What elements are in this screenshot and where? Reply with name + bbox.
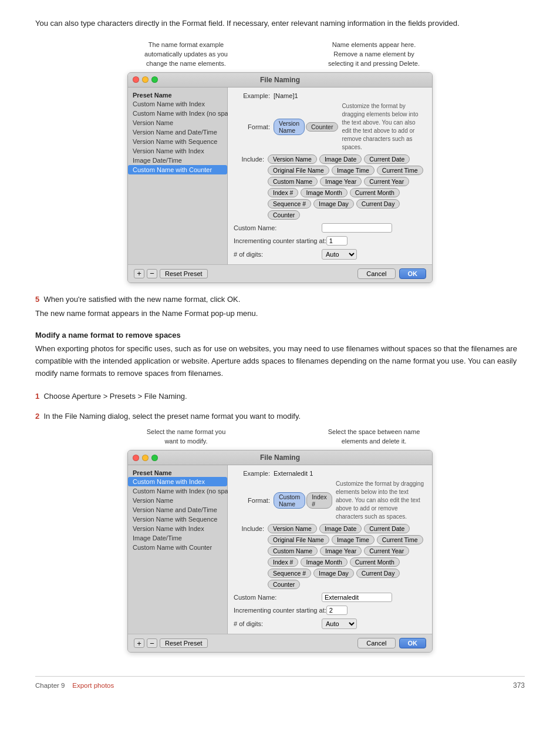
window1-format-label: Format: xyxy=(234,123,274,130)
window2-include-image-day[interactable]: Image Day xyxy=(313,569,354,578)
window1-include-index[interactable]: Index # xyxy=(268,188,298,197)
sidebar1-item-5[interactable]: Version Name with Index xyxy=(128,146,227,156)
annotation2-right: Select the space between name elements a… xyxy=(327,428,421,446)
window2-include-image-year[interactable]: Image Year xyxy=(320,546,362,556)
window1-include-image-date[interactable]: Image Date xyxy=(319,154,362,164)
window2-cancel-btn[interactable]: Cancel xyxy=(357,638,395,648)
window2-reset-preset-btn[interactable]: Reset Preset xyxy=(160,638,208,648)
maximize-btn-2[interactable] xyxy=(151,455,158,461)
sidebar2-item-2[interactable]: Version Name xyxy=(128,496,227,505)
window2-digits-select[interactable]: Auto 1 2 3 4 xyxy=(322,618,357,629)
window1-bottom: + − Reset Preset Cancel OK xyxy=(128,264,432,283)
window2-traffic-lights xyxy=(133,455,158,461)
window2-custom-name-label: Custom Name: xyxy=(234,594,322,601)
window1-custom-name-label: Custom Name: xyxy=(234,224,322,231)
window2-include-sequence[interactable]: Sequence # xyxy=(268,569,311,578)
maximize-btn-1[interactable] xyxy=(151,76,158,83)
window1-include-label: Include: xyxy=(234,154,268,163)
window2-bottom-left: + − Reset Preset xyxy=(134,638,208,648)
sidebar2-item-4[interactable]: Version Name with Sequence xyxy=(128,515,227,524)
sidebar2-item-7[interactable]: Custom Name with Counter xyxy=(128,543,227,552)
window2-add-btn[interactable]: + xyxy=(134,638,144,648)
sidebar1-item-7[interactable]: Custom Name with Counter xyxy=(128,165,227,174)
window2-include-image-time[interactable]: Image Time xyxy=(332,535,375,544)
annotation1-left: The name format example automatically up… xyxy=(139,41,233,69)
window2-include-current-year[interactable]: Current Year xyxy=(364,546,409,556)
annotation1-right: Name elements appear here. Remove a name… xyxy=(327,41,421,69)
close-btn-1[interactable] xyxy=(133,76,139,83)
window2-include-image-month[interactable]: Image Month xyxy=(301,557,347,567)
window1-include-current-month[interactable]: Current Month xyxy=(350,188,400,197)
window1-remove-btn[interactable]: − xyxy=(147,269,157,278)
window1-include-current-day[interactable]: Current Day xyxy=(356,199,400,209)
window1-include-image-month[interactable]: Image Month xyxy=(301,188,347,197)
sidebar1-item-0[interactable]: Custom Name with Index xyxy=(128,99,227,109)
window2-include-current-time[interactable]: Current Time xyxy=(377,535,423,544)
window2-remove-btn[interactable]: − xyxy=(147,638,157,648)
window2-include-image-date[interactable]: Image Date xyxy=(319,524,362,533)
window1-title: File Naming xyxy=(260,76,300,84)
sidebar2-item-0[interactable]: Custom Name with Index xyxy=(128,477,227,486)
window1-counter-input[interactable] xyxy=(326,236,348,246)
window1-include-image-year[interactable]: Image Year xyxy=(320,177,362,186)
window1-include-image-day[interactable]: Image Day xyxy=(313,199,354,209)
step2: 2 In the File Naming dialog, select the … xyxy=(35,411,525,423)
window2-include-original-file-name[interactable]: Original File Name xyxy=(268,535,329,544)
window2-include-current-day[interactable]: Current Day xyxy=(356,569,400,578)
minimize-btn-1[interactable] xyxy=(142,76,149,83)
window2-include-index[interactable]: Index # xyxy=(268,557,298,567)
window1-format-pill-0[interactable]: Version Name xyxy=(274,119,305,135)
window1-include-sequence[interactable]: Sequence # xyxy=(268,199,311,209)
window2-example-value: Externaledit 1 xyxy=(274,470,313,477)
window2-include-current-month[interactable]: Current Month xyxy=(350,557,400,567)
close-btn-2[interactable] xyxy=(133,455,139,461)
sidebar1-item-3[interactable]: Version Name and Date/Time xyxy=(128,127,227,137)
window2-ok-btn[interactable]: OK xyxy=(399,638,427,648)
page-footer: Chapter 9 Export photos 373 xyxy=(35,676,525,690)
window1-format-pill-1[interactable]: Counter xyxy=(306,122,338,132)
window2-include-counter[interactable]: Counter xyxy=(268,580,300,589)
window1-cancel-btn[interactable]: Cancel xyxy=(357,268,395,279)
window2-include-row-5: Counter xyxy=(268,580,423,589)
window1-traffic-lights xyxy=(133,76,158,83)
window1-include-image-time[interactable]: Image Time xyxy=(332,166,375,175)
minimize-btn-2[interactable] xyxy=(142,455,149,461)
sidebar2-item-1[interactable]: Custom Name with Index (no spaces) xyxy=(128,486,227,496)
window2-include-custom-name[interactable]: Custom Name xyxy=(268,546,318,556)
window1-include-version-name[interactable]: Version Name xyxy=(268,154,317,164)
sidebar1-item-4[interactable]: Version Name with Sequence xyxy=(128,137,227,146)
window2-digits-label: # of digits: xyxy=(234,620,322,627)
window1-include-row-1: Original File Name Image Time Current Ti… xyxy=(268,166,423,175)
window2-format-pill-0[interactable]: Custom Name xyxy=(274,492,305,509)
window1-ok-btn[interactable]: OK xyxy=(399,268,427,279)
window1-include-row-3: Index # Image Month Current Month xyxy=(268,188,423,197)
window1-include-custom-name[interactable]: Custom Name xyxy=(268,177,318,186)
window1-reset-preset-btn[interactable]: Reset Preset xyxy=(160,269,208,278)
window1-counter-field: Incrementing counter starting at: xyxy=(234,236,426,246)
sidebar2-item-3[interactable]: Version Name and Date/Time xyxy=(128,505,227,515)
window1-digits-select[interactable]: Auto 1 2 3 4 xyxy=(322,249,357,260)
window1-include-current-year[interactable]: Current Year xyxy=(364,177,409,186)
window2-include-current-date[interactable]: Current Date xyxy=(364,524,410,533)
window1-include-current-time[interactable]: Current Time xyxy=(377,166,423,175)
sidebar1-item-6[interactable]: Image Date/Time xyxy=(128,156,227,165)
window1-include-row: Include: Version Name Image Date Current… xyxy=(234,154,426,220)
window2-titlebar: File Naming xyxy=(128,450,432,465)
window1-include-counter[interactable]: Counter xyxy=(268,210,300,220)
sidebar1-item-1[interactable]: Custom Name with Index (no spaces) xyxy=(128,109,227,118)
sidebar2-item-6[interactable]: Image Date/Time xyxy=(128,533,227,543)
window2-counter-input[interactable] xyxy=(326,606,348,615)
window2-example-label: Example: xyxy=(234,470,274,477)
window1-add-btn[interactable]: + xyxy=(134,269,144,278)
window1-custom-name-input[interactable] xyxy=(322,223,392,233)
window2-custom-name-input[interactable] xyxy=(322,593,392,602)
sidebar2-item-5[interactable]: Version Name with Index xyxy=(128,524,227,533)
window1-titlebar: File Naming xyxy=(128,73,432,88)
sidebar1-item-2[interactable]: Version Name xyxy=(128,118,227,127)
window2-format-pill-1[interactable]: Index # xyxy=(306,492,332,509)
window1-include-original-file-name[interactable]: Original File Name xyxy=(268,166,329,175)
window2-include-buttons: Version Name Image Date Current Date Ori… xyxy=(268,524,423,589)
window2-include-version-name[interactable]: Version Name xyxy=(268,524,317,533)
window1-include-current-date[interactable]: Current Date xyxy=(364,154,410,164)
window2-content: Example: Externaledit 1 Format: Custom N… xyxy=(228,465,432,634)
